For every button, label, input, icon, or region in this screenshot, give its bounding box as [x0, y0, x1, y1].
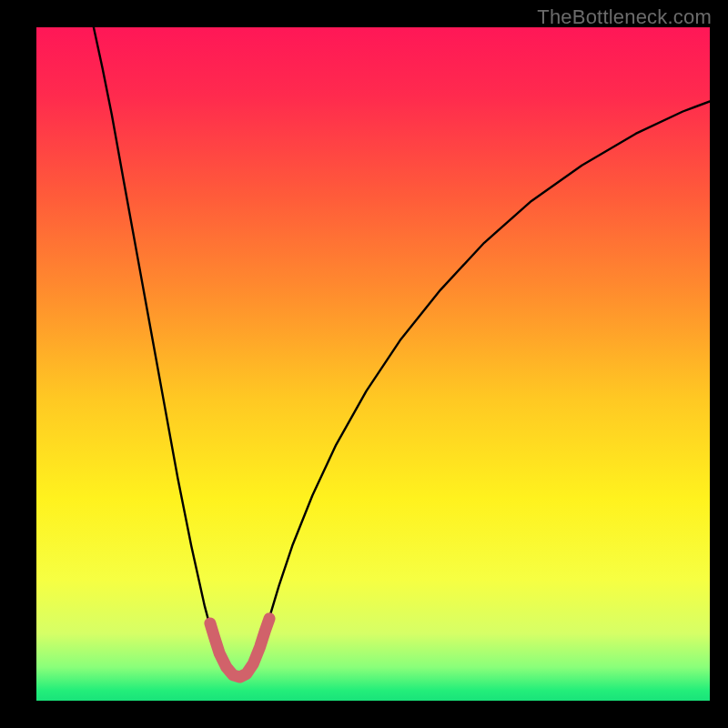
bottleneck-curve	[94, 27, 710, 675]
chart-frame: TheBottleneck.com	[0, 0, 728, 728]
plot-area	[36, 27, 710, 701]
optimal-region-highlight	[210, 619, 269, 677]
watermark-text: TheBottleneck.com	[537, 5, 712, 29]
curve-layer	[36, 27, 710, 701]
